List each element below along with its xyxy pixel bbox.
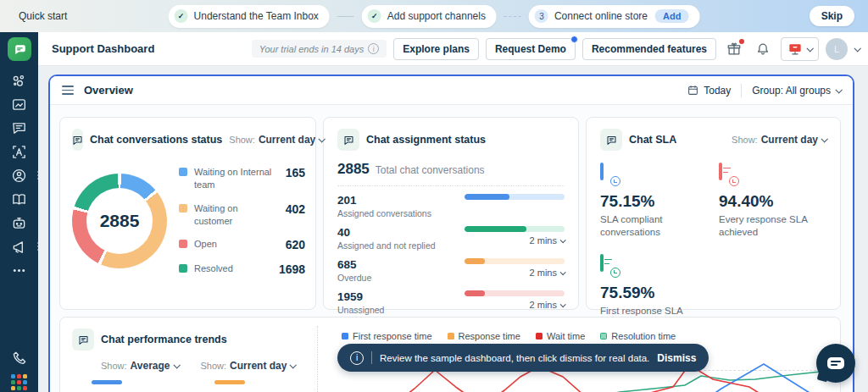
show-metric-dropdown[interactable]: Show: Average <box>101 360 179 372</box>
step-connector-dashed <box>504 16 521 17</box>
legend-label: Resolution time <box>611 331 676 341</box>
sidebar-item-canned-responses-icon[interactable] <box>7 144 32 160</box>
time-dropdown[interactable]: 2 mins <box>530 268 565 278</box>
quick-start-bar: Quick start ✓ Understand the Team Inbox … <box>0 0 868 32</box>
request-demo-label: Request Demo <box>495 43 566 55</box>
time-dropdown[interactable]: 2 mins <box>530 300 565 310</box>
mini-bar-blue <box>92 380 122 384</box>
chat-card-icon <box>72 329 94 351</box>
notification-dot <box>570 36 578 43</box>
sidebar-item-knowledge-base-icon[interactable] <box>7 191 32 207</box>
step-connector <box>337 16 354 17</box>
legend-label: First response time <box>353 331 432 341</box>
progress-bar <box>465 226 565 232</box>
dismiss-button[interactable]: Dismiss <box>657 352 696 364</box>
group-filter[interactable]: Group: All groups <box>752 85 841 97</box>
row-label: Assigned conversations <box>337 208 431 218</box>
check-icon: ✓ <box>175 9 188 23</box>
step-understand-team-inbox[interactable]: ✓ Understand the Team Inbox <box>169 5 330 28</box>
legend-swatch <box>179 168 187 176</box>
gift-icon[interactable] <box>723 38 745 60</box>
overview-header: Overview Today Group: All groups <box>50 76 853 105</box>
chat-conversations-status-card: Chat conversations status Show: Current … <box>59 117 316 310</box>
step-connect-online-store[interactable]: 3 Connect online store Add <box>529 5 699 28</box>
sidebar-item-bubbles-icon[interactable] <box>7 73 32 89</box>
step-add-support-channels[interactable]: ✓ Add support channels <box>362 5 497 28</box>
legend-label: Wait time <box>547 331 585 341</box>
legend-item: Resolution time <box>600 331 676 341</box>
explore-plans-button[interactable]: Explore plans <box>393 38 479 60</box>
show-dropdown[interactable]: Show: Current day <box>229 134 324 146</box>
info-icon: i <box>350 351 364 365</box>
date-filter[interactable]: Today <box>687 85 731 97</box>
group-filter-label: Group: All groups <box>752 85 831 97</box>
legend-value: 165 <box>286 166 305 179</box>
trial-banner: Your trial ends in 14 days i <box>252 40 387 58</box>
legend-label: Waiting on Internal team <box>194 166 272 191</box>
date-filter-label: Today <box>704 85 731 97</box>
sla-clock-icon <box>600 164 622 186</box>
metric-value: 94.40% <box>719 192 837 211</box>
request-demo-button[interactable]: Request Demo <box>486 38 576 60</box>
legend-label: Resolved <box>194 262 272 275</box>
sidebar-item-campaigns-icon[interactable] <box>7 239 32 255</box>
skip-button[interactable]: Skip <box>810 6 854 26</box>
add-button[interactable]: Add <box>655 9 688 23</box>
trial-text: Your trial ends in 14 days <box>259 44 364 54</box>
legend-value: 620 <box>286 238 305 251</box>
legend-label: Response time <box>459 331 520 341</box>
conversations-donut-chart[interactable]: 2885 <box>72 174 167 268</box>
avatar[interactable]: L <box>826 38 848 60</box>
chevron-down-icon <box>821 135 827 142</box>
screen-share-dropdown[interactable] <box>781 37 819 61</box>
legend-swatch <box>600 333 607 340</box>
sla-clock-icon <box>600 256 622 278</box>
show-label: Show: <box>229 135 255 145</box>
total-conversations-label: Total chat conversations <box>376 164 485 176</box>
gift-badge <box>739 39 744 44</box>
sidebar-item-bot-icon[interactable] <box>7 215 32 231</box>
sidebar-item-conversations-icon[interactable] <box>7 120 32 136</box>
quick-start-steps: ✓ Understand the Team Inbox ✓ Add suppor… <box>169 5 700 28</box>
app-header: Support Dashboard Your trial ends in 14 … <box>38 32 868 66</box>
sample-data-toast: i Review the sample dashboard, then clic… <box>337 344 709 372</box>
legend-swatch <box>448 333 454 340</box>
card-title: Chat assignment status <box>366 134 486 146</box>
sidebar-item-contacts-icon[interactable] <box>7 168 32 184</box>
sidebar-item-phone-icon[interactable] <box>7 350 32 366</box>
chevron-down-icon <box>806 45 813 52</box>
chat-launcher-button[interactable] <box>816 344 855 383</box>
freshchat-logo[interactable] <box>0 32 38 66</box>
sla-metric: 75.15% SLA compliant conversations <box>600 164 719 239</box>
recommended-features-button[interactable]: Recommended features <box>582 38 716 60</box>
assignment-row: 201 Assigned conversations <box>337 194 565 218</box>
metric-label: Every response SLA achieved <box>719 213 837 239</box>
sidebar-item-apps-grid-icon[interactable] <box>11 374 27 390</box>
chat-card-icon <box>337 129 359 151</box>
chevron-down-icon <box>560 269 566 275</box>
show-period-dropdown[interactable]: Show: Current day <box>201 360 296 372</box>
show-value: Current day <box>230 360 287 372</box>
sidebar-item-more-icon[interactable] <box>7 262 32 279</box>
show-value: Current day <box>259 134 315 146</box>
legend-value: 1698 <box>279 262 305 276</box>
chevron-down-icon[interactable] <box>854 45 860 52</box>
sidebar-item-dashboard-icon[interactable] <box>7 97 32 113</box>
show-value: Current day <box>761 134 818 146</box>
show-dropdown[interactable]: Show: Current day <box>732 134 826 146</box>
bell-icon[interactable] <box>752 38 774 60</box>
step-label: Add support channels <box>387 10 486 22</box>
donut-total: 2885 <box>72 174 167 268</box>
legend-item: Waiting on Internal team 165 <box>179 166 305 191</box>
info-icon[interactable]: i <box>368 43 379 54</box>
legend-item: Waiting on customer 402 <box>179 202 305 228</box>
card-title: Chat performance trends <box>101 334 227 345</box>
sidebar <box>0 32 38 392</box>
time-dropdown[interactable]: 2 mins <box>530 235 565 246</box>
trend-legend: First response time Response time Wait t… <box>342 331 676 341</box>
row-label: Overdue <box>337 273 371 283</box>
total-conversations: 2885 <box>337 161 370 178</box>
menu-icon[interactable] <box>62 86 74 95</box>
time-value: 2 mins <box>530 235 557 246</box>
progress-bar <box>465 290 565 296</box>
